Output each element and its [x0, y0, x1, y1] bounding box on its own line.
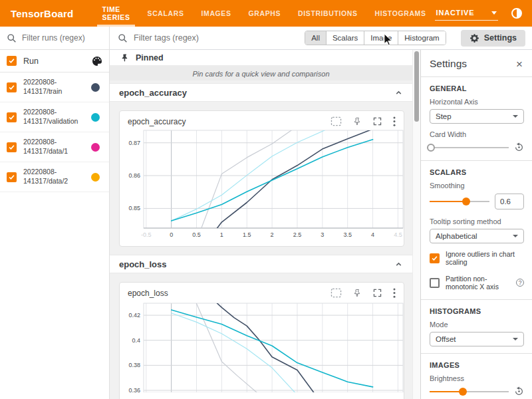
search-icon — [7, 33, 17, 43]
tab-time-series[interactable]: TIME SERIES — [93, 0, 138, 27]
card-toolbar — [331, 288, 396, 298]
run-checkbox[interactable] — [7, 142, 17, 152]
reload-status-dropdown[interactable]: INACTIVE — [435, 7, 499, 21]
svg-text:3.5: 3.5 — [343, 231, 352, 238]
card-title: epoch_loss — [128, 289, 331, 298]
card-toolbar — [331, 116, 396, 126]
partition-x-axis-checkbox-row[interactable]: Partition non-monotonic X axis? — [430, 275, 524, 291]
section-body: epoch_loss 0.360.380.40.42 — [110, 273, 412, 399]
card-width-slider[interactable] — [430, 143, 509, 152]
pin-hint-text: Pin cards for a quick view and compariso… — [110, 66, 412, 83]
ignore-outliers-checkbox-row[interactable]: Ignore outliers in chart scaling — [430, 250, 524, 266]
settings-button-label: Settings — [484, 33, 517, 43]
plugin-filter-group: All Scalars Image Histogram — [305, 31, 446, 45]
tooltip-sorting-select[interactable]: Alphabetical — [430, 229, 524, 243]
section-title: epoch_loss — [119, 259, 394, 269]
top-bar: TensorBoard TIME SERIES SCALARS IMAGES G… — [0, 0, 532, 27]
close-icon[interactable]: × — [515, 59, 524, 70]
pin-icon[interactable] — [353, 289, 362, 297]
main-nav: TIME SERIES SCALARS IMAGES GRAPHS DISTRI… — [93, 0, 434, 27]
svg-text:4: 4 — [371, 231, 374, 238]
runs-sidebar: Run 20220808-141317/train 20220808-14131… — [0, 27, 110, 399]
run-row-validation[interactable]: 20220808-141317/validation — [0, 102, 109, 132]
tab-graphs[interactable]: GRAPHS — [240, 0, 290, 27]
histogram-mode-select[interactable]: Offset — [430, 332, 524, 346]
filter-image-button[interactable]: Image — [364, 31, 398, 45]
tags-filter-input[interactable] — [134, 33, 305, 43]
fit-to-data-icon[interactable] — [331, 288, 342, 298]
right-column: All Scalars Image Histogram Settings Pin… — [110, 27, 532, 399]
divider — [421, 160, 532, 161]
checkbox-label: Ignore outliers in chart scaling — [446, 250, 524, 266]
runs-filter-input[interactable] — [22, 33, 98, 43]
checkbox-label: Partition non-monotonic X axis? — [446, 275, 524, 291]
filter-histogram-button[interactable]: Histogram — [398, 31, 445, 45]
tab-scalars[interactable]: SCALARS — [139, 0, 193, 27]
fit-to-data-icon[interactable] — [331, 116, 342, 126]
run-color-dot — [91, 143, 100, 152]
run-select-all-checkbox[interactable] — [7, 56, 17, 66]
fullscreen-icon[interactable] — [373, 289, 382, 297]
filter-scalars-button[interactable]: Scalars — [327, 31, 364, 45]
svg-text:0: 0 — [170, 231, 173, 238]
pinned-title: Pinned — [136, 53, 164, 63]
chevron-down-icon — [513, 235, 518, 237]
tab-histograms[interactable]: HISTOGRAMS — [366, 0, 435, 27]
chevron-up-icon — [394, 88, 403, 97]
run-row-data-2[interactable]: 20220808-141317/data/2 — [0, 162, 109, 192]
run-checkbox[interactable] — [7, 172, 17, 182]
mode-label: Mode — [430, 321, 524, 329]
svg-text:0.86: 0.86 — [128, 172, 140, 179]
theme-toggle-icon[interactable] — [510, 7, 523, 20]
run-list-header[interactable]: Run — [0, 50, 109, 72]
run-checkbox[interactable] — [7, 82, 17, 92]
run-row-data-1[interactable]: 20220808-141317/data/1 — [0, 132, 109, 162]
palette-icon[interactable] — [92, 56, 102, 66]
epoch-accuracy-chart[interactable]: 0.850.860.87-0.500.511.522.533.544.5 — [121, 129, 402, 243]
search-icon — [118, 33, 128, 43]
epoch-loss-chart[interactable]: 0.360.380.40.42 — [121, 301, 402, 392]
brightness-slider[interactable] — [430, 387, 509, 396]
settings-panel: Settings × GENERAL Horizontal Axis Step … — [420, 50, 532, 399]
svg-text:0.38: 0.38 — [128, 362, 140, 368]
run-color-dot — [91, 113, 100, 122]
section-header-epoch-accuracy[interactable]: epoch_accuracy — [110, 83, 412, 102]
horizontal-axis-label: Horizontal Axis — [430, 98, 524, 106]
pinned-header: Pinned — [110, 50, 412, 66]
pin-icon[interactable] — [353, 117, 362, 126]
fullscreen-icon[interactable] — [373, 117, 382, 126]
horizontal-axis-select[interactable]: Step — [430, 109, 524, 124]
scrollbar-thumb[interactable] — [414, 51, 419, 122]
checkbox[interactable] — [430, 253, 440, 263]
svg-text:1: 1 — [220, 231, 223, 238]
svg-text:0.85: 0.85 — [128, 205, 140, 211]
run-checkbox[interactable] — [7, 112, 17, 122]
card-header: epoch_loss — [121, 287, 402, 301]
checkbox[interactable] — [430, 278, 440, 288]
pin-icon — [120, 53, 130, 63]
smoothing-value-input[interactable] — [495, 194, 524, 209]
more-options-icon[interactable] — [393, 116, 396, 126]
section-header-epoch-loss[interactable]: epoch_loss — [110, 255, 412, 273]
run-label: 20220808-141317/train — [23, 78, 91, 96]
svg-text:0.36: 0.36 — [128, 387, 140, 392]
svg-text:2.5: 2.5 — [293, 231, 302, 238]
tab-distributions[interactable]: DISTRIBUTIONS — [289, 0, 366, 27]
runs-filter-bar — [0, 27, 109, 50]
histograms-heading: HISTOGRAMS — [430, 307, 524, 315]
run-row-train[interactable]: 20220808-141317/train — [0, 72, 109, 102]
section-title: epoch_accuracy — [119, 88, 394, 98]
reset-icon[interactable] — [514, 142, 524, 152]
run-color-dot — [91, 173, 100, 182]
settings-button[interactable]: Settings — [461, 30, 525, 47]
gear-icon — [469, 33, 479, 43]
tab-images[interactable]: IMAGES — [193, 0, 240, 27]
reset-icon[interactable] — [514, 386, 524, 396]
vertical-scrollbar[interactable] — [412, 50, 420, 399]
divider — [421, 353, 532, 354]
brightness-row — [430, 386, 524, 396]
help-icon[interactable]: ? — [516, 279, 524, 287]
filter-all-button[interactable]: All — [305, 31, 327, 45]
more-options-icon[interactable] — [393, 288, 396, 298]
smoothing-slider[interactable] — [430, 197, 489, 206]
